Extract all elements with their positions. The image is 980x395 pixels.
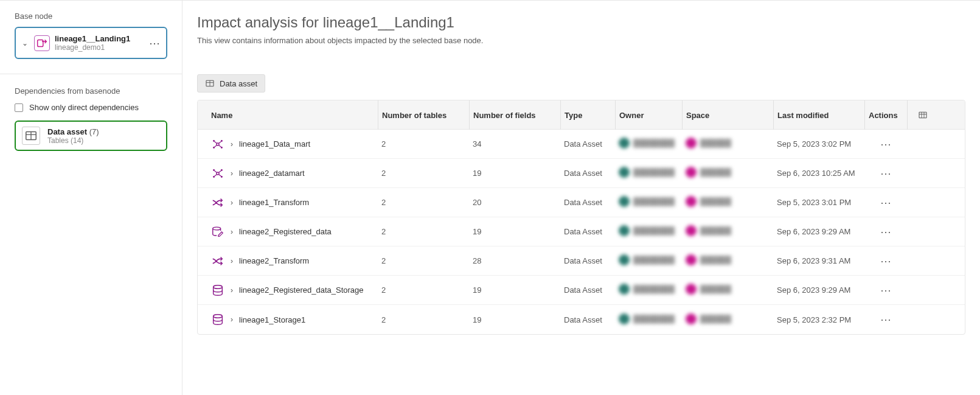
column-header-space[interactable]: Space bbox=[682, 100, 773, 130]
table-row[interactable]: ›lineage1_Data_mart234Data Asset ███████… bbox=[198, 130, 965, 159]
avatar bbox=[686, 167, 697, 178]
row-num-fields: 19 bbox=[469, 315, 560, 324]
dependency-card-data-asset[interactable]: Data asset (7) Tables (14) bbox=[15, 121, 167, 151]
row-type: Data Asset bbox=[560, 198, 615, 207]
avatar bbox=[619, 254, 630, 265]
row-num-tables: 2 bbox=[378, 315, 469, 324]
chevron-right-icon[interactable]: › bbox=[231, 140, 233, 149]
avatar bbox=[686, 196, 697, 207]
row-space: ██████ bbox=[682, 313, 773, 326]
base-node-card[interactable]: ⌄ lineage1__Landing1 lineage_demo1 ⋯ bbox=[15, 27, 167, 59]
chevron-right-icon[interactable]: › bbox=[231, 286, 233, 295]
row-last-modified: Sep 5, 2023 3:02 PM bbox=[773, 139, 864, 149]
filter-chip-data-asset[interactable]: Data asset bbox=[197, 74, 265, 93]
chevron-down-icon[interactable]: ⌄ bbox=[22, 39, 29, 47]
row-num-fields: 20 bbox=[469, 198, 560, 207]
row-type: Data Asset bbox=[560, 227, 615, 236]
row-name: lineage2_Registered_data bbox=[239, 227, 332, 236]
row-num-tables: 2 bbox=[378, 285, 469, 295]
column-header-name[interactable]: Name bbox=[207, 111, 378, 120]
avatar bbox=[686, 284, 697, 295]
column-header-actions[interactable]: Actions bbox=[864, 100, 907, 130]
shuffle-icon bbox=[211, 254, 224, 268]
row-actions-button[interactable]: ⋯ bbox=[864, 254, 907, 268]
row-space: ██████ bbox=[682, 284, 773, 296]
column-header-num-fields[interactable]: Number of fields bbox=[469, 100, 560, 130]
row-space: ██████ bbox=[682, 196, 773, 209]
export-icon bbox=[34, 35, 50, 51]
base-node-title: lineage1__Landing1 bbox=[55, 34, 144, 43]
dependencies-heading: Dependencies from basenode bbox=[15, 86, 167, 96]
chevron-right-icon[interactable]: › bbox=[231, 228, 233, 236]
avatar bbox=[686, 225, 697, 236]
page-subtitle: This view contains information about obj… bbox=[197, 36, 965, 45]
row-name: lineage1_Storage1 bbox=[239, 315, 305, 324]
chevron-right-icon[interactable]: › bbox=[231, 257, 233, 265]
row-last-modified: Sep 6, 2023 10:25 AM bbox=[773, 169, 864, 178]
row-num-fields: 19 bbox=[469, 169, 560, 178]
row-owner: ████████ bbox=[615, 284, 682, 296]
row-num-fields: 19 bbox=[469, 227, 560, 236]
table-row[interactable]: ›lineage2_datamart219Data Asset ████████… bbox=[198, 159, 965, 188]
row-num-fields: 28 bbox=[469, 256, 560, 265]
row-actions-button[interactable]: ⋯ bbox=[864, 284, 907, 297]
table-row[interactable]: ›lineage2_Transform228Data Asset ███████… bbox=[198, 246, 965, 276]
show-direct-checkbox-row[interactable]: Show only direct dependencies bbox=[15, 103, 167, 112]
base-node-subtitle: lineage_demo1 bbox=[55, 43, 144, 52]
graph-icon bbox=[211, 167, 224, 180]
table-row[interactable]: ›lineage1_Storage1219Data Asset ████████… bbox=[198, 305, 965, 334]
row-actions-button[interactable]: ⋯ bbox=[864, 196, 907, 209]
table-header-row: Name Number of tables Number of fields T… bbox=[198, 100, 965, 130]
row-type: Data Asset bbox=[560, 169, 615, 178]
column-header-num-tables[interactable]: Number of tables bbox=[378, 100, 469, 130]
column-settings-button[interactable] bbox=[907, 100, 937, 130]
table-icon bbox=[205, 79, 215, 88]
row-name: lineage1_Data_mart bbox=[239, 139, 310, 149]
chevron-right-icon[interactable]: › bbox=[231, 198, 233, 207]
row-type: Data Asset bbox=[560, 285, 615, 295]
row-owner: ████████ bbox=[615, 313, 682, 326]
table-row[interactable]: ›lineage1_Transform220Data Asset ███████… bbox=[198, 188, 965, 217]
table-row[interactable]: ›lineage2_Registered_data_Storage219Data… bbox=[198, 276, 965, 305]
row-num-fields: 19 bbox=[469, 285, 560, 295]
row-name: lineage2_Registered_data_Storage bbox=[239, 285, 364, 295]
columns-icon bbox=[918, 110, 928, 120]
table-row[interactable]: ›lineage2_Registered_data219Data Asset █… bbox=[198, 217, 965, 246]
more-icon[interactable]: ⋯ bbox=[149, 38, 160, 49]
sidebar: Base node ⌄ lineage1__Landing1 lineage_d… bbox=[0, 1, 182, 395]
row-owner: ████████ bbox=[615, 254, 682, 267]
main-content: Impact analysis for lineage1__Landing1 T… bbox=[182, 1, 980, 395]
avatar bbox=[619, 284, 630, 295]
row-space: ██████ bbox=[682, 167, 773, 180]
column-header-owner[interactable]: Owner bbox=[615, 100, 682, 130]
avatar bbox=[619, 225, 630, 236]
row-last-modified: Sep 6, 2023 9:29 AM bbox=[773, 285, 864, 295]
row-owner: ████████ bbox=[615, 138, 682, 150]
chevron-right-icon[interactable]: › bbox=[231, 169, 233, 178]
db-icon bbox=[211, 284, 224, 297]
chevron-right-icon[interactable]: › bbox=[231, 315, 233, 324]
table: Name Number of tables Number of fields T… bbox=[197, 100, 965, 335]
avatar bbox=[619, 167, 630, 178]
graph-icon bbox=[211, 138, 224, 151]
row-actions-button[interactable]: ⋯ bbox=[864, 225, 907, 239]
row-last-modified: Sep 6, 2023 9:29 AM bbox=[773, 227, 864, 236]
row-actions-button[interactable]: ⋯ bbox=[864, 167, 907, 180]
checkbox-icon[interactable] bbox=[15, 103, 23, 112]
base-node-label: Base node bbox=[15, 12, 167, 21]
row-actions-button[interactable]: ⋯ bbox=[864, 313, 907, 326]
avatar bbox=[686, 138, 697, 149]
row-num-fields: 34 bbox=[469, 139, 560, 149]
avatar bbox=[686, 254, 697, 265]
column-header-type[interactable]: Type bbox=[560, 100, 615, 130]
row-num-tables: 2 bbox=[378, 256, 469, 265]
row-last-modified: Sep 5, 2023 2:32 PM bbox=[773, 315, 864, 324]
dependency-card-count: (7) bbox=[89, 127, 99, 136]
column-header-last-modified[interactable]: Last modified bbox=[773, 100, 864, 130]
row-actions-button[interactable]: ⋯ bbox=[864, 138, 907, 151]
avatar bbox=[619, 313, 630, 324]
dependency-card-subtitle: Tables (14) bbox=[47, 136, 99, 145]
row-owner: ████████ bbox=[615, 225, 682, 238]
row-owner: ████████ bbox=[615, 167, 682, 180]
row-num-tables: 2 bbox=[378, 198, 469, 207]
